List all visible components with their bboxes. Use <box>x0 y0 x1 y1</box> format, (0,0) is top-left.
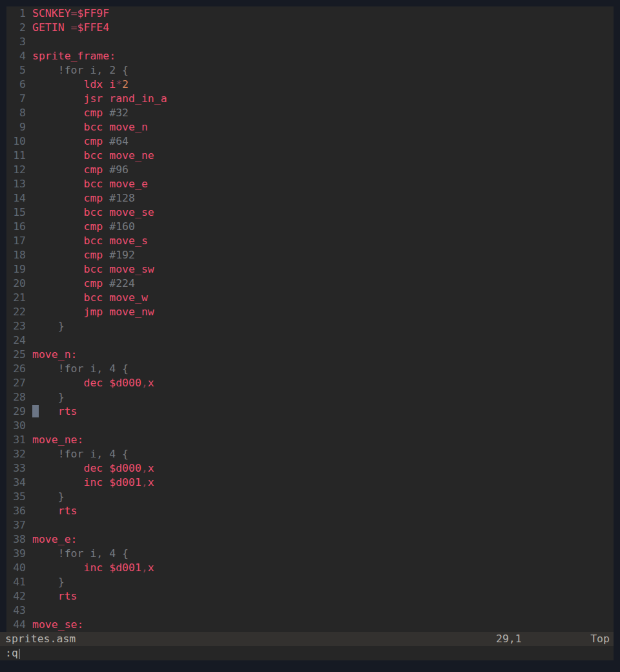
code-line[interactable]: 23 } <box>6 319 614 333</box>
line-number: 9 <box>6 120 26 134</box>
line-number: 23 <box>6 319 26 333</box>
code-token: } <box>32 320 65 332</box>
line-number: 7 <box>6 92 26 106</box>
code-line[interactable]: 18 cmp #192 <box>6 248 614 262</box>
code-line[interactable]: 8 cmp #32 <box>6 106 614 120</box>
code-text: GETIN =$FFE4 <box>32 21 109 35</box>
code-text: rts <box>32 504 78 518</box>
code-line[interactable]: 28 } <box>6 390 614 404</box>
code-line[interactable]: 35 } <box>6 490 614 504</box>
code-line[interactable]: 30 <box>6 419 614 433</box>
line-number: 37 <box>6 518 26 532</box>
code-token <box>32 92 83 105</box>
code-text: bcc move_se <box>32 205 154 220</box>
code-line[interactable]: 38move_e: <box>6 532 614 547</box>
command-line[interactable]: :q <box>0 646 614 660</box>
code-token <box>32 135 83 147</box>
code-token <box>32 163 83 176</box>
code-line[interactable]: 24 <box>6 333 614 348</box>
code-line[interactable]: 27 dec $d000,x <box>6 376 614 390</box>
code-token: jmp move_nw <box>83 306 154 318</box>
code-line[interactable]: 2GETIN =$FFE4 <box>6 21 614 35</box>
code-token: ldx i <box>83 78 116 90</box>
code-line[interactable]: 31move_ne: <box>6 433 614 447</box>
code-text: bcc move_ne <box>32 149 154 163</box>
code-line[interactable]: 7 jsr rand_in_a <box>6 92 614 106</box>
line-number: 36 <box>6 504 26 518</box>
line-number: 25 <box>6 348 26 362</box>
code-line[interactable]: 36 rts <box>6 504 614 518</box>
status-bar: sprites.asm 29,1 Top <box>0 632 614 646</box>
code-token <box>32 562 83 574</box>
code-line[interactable]: 37 <box>6 518 614 532</box>
code-token: inc $d001 <box>83 562 141 574</box>
code-token: bcc move_e <box>83 178 147 190</box>
code-line[interactable]: 17 bcc move_s <box>6 234 614 248</box>
line-number: 18 <box>6 248 26 262</box>
code-line[interactable]: 4sprite_frame: <box>6 49 614 63</box>
code-text: !for i, 2 { <box>32 63 129 78</box>
line-number: 24 <box>6 333 26 348</box>
code-line[interactable]: 15 bcc move_se <box>6 205 614 220</box>
code-line[interactable]: 44move_se: <box>6 618 614 632</box>
line-number: 6 <box>6 78 26 92</box>
code-line[interactable]: 16 cmp #160 <box>6 220 614 234</box>
code-text: } <box>32 490 65 504</box>
code-text: dec $d000,x <box>32 461 154 476</box>
code-line[interactable]: 14 cmp #128 <box>6 191 614 205</box>
code-token: sprite_frame: <box>32 50 116 62</box>
code-token: bcc move_sw <box>83 263 154 275</box>
code-token: inc $d001 <box>83 476 141 488</box>
code-text: bcc move_e <box>32 177 148 191</box>
code-token <box>32 263 83 275</box>
code-line[interactable]: 39 !for i, 4 { <box>6 547 614 561</box>
status-filename: sprites.asm <box>5 632 76 646</box>
code-text: cmp #160 <box>32 220 135 234</box>
code-token: move_ne: <box>32 434 83 446</box>
code-line[interactable]: 22 jmp move_nw <box>6 305 614 319</box>
code-line[interactable]: 33 dec $d000,x <box>6 461 614 476</box>
line-number: 35 <box>6 490 26 504</box>
line-number: 28 <box>6 390 26 404</box>
status-ruler: 29,1 <box>496 632 522 646</box>
code-token: x <box>148 377 154 389</box>
line-number: 40 <box>6 561 26 575</box>
code-line[interactable]: 12 cmp #96 <box>6 163 614 177</box>
code-line[interactable]: 43 <box>6 604 614 618</box>
code-token <box>32 178 83 190</box>
code-token: x <box>148 476 154 488</box>
code-line[interactable]: 34 inc $d001,x <box>6 476 614 490</box>
code-line[interactable]: 11 bcc move_ne <box>6 149 614 163</box>
code-token: !for i, 2 { <box>32 64 129 76</box>
line-number: 20 <box>6 277 26 291</box>
code-line[interactable]: 1SCNKEY=$FF9F <box>6 6 614 21</box>
code-token: cmp <box>83 135 109 147</box>
editor-buffer[interactable]: 1SCNKEY=$FF9F2GETIN =$FFE434sprite_frame… <box>6 6 614 632</box>
code-token <box>32 306 83 318</box>
code-line[interactable]: 41 } <box>6 575 614 589</box>
code-line[interactable]: 19 bcc move_sw <box>6 262 614 277</box>
code-token <box>32 78 83 90</box>
code-line[interactable]: 40 inc $d001,x <box>6 561 614 575</box>
status-scroll-position: Top <box>590 632 610 646</box>
code-line[interactable]: 3 <box>6 35 614 49</box>
code-line[interactable]: 5 !for i, 2 { <box>6 63 614 78</box>
code-line[interactable]: 21 bcc move_w <box>6 291 614 305</box>
line-number: 31 <box>6 433 26 447</box>
code-line[interactable]: 29 rts <box>6 404 614 419</box>
code-line[interactable]: 10 cmp #64 <box>6 134 614 149</box>
code-token <box>32 235 83 247</box>
code-text: jmp move_nw <box>32 305 154 319</box>
code-text: cmp #96 <box>32 163 129 177</box>
code-text: rts <box>32 404 78 419</box>
code-line[interactable]: 20 cmp #224 <box>6 277 614 291</box>
code-text: dec $d000,x <box>32 376 154 390</box>
code-line[interactable]: 32 !for i, 4 { <box>6 447 614 461</box>
code-line[interactable]: 9 bcc move_n <box>6 120 614 134</box>
code-line[interactable]: 13 bcc move_e <box>6 177 614 191</box>
code-line[interactable]: 6 ldx i*2 <box>6 78 614 92</box>
code-line[interactable]: 42 rts <box>6 589 614 604</box>
code-token: move_n: <box>32 348 78 361</box>
code-line[interactable]: 26 !for i, 4 { <box>6 362 614 376</box>
code-line[interactable]: 25move_n: <box>6 348 614 362</box>
